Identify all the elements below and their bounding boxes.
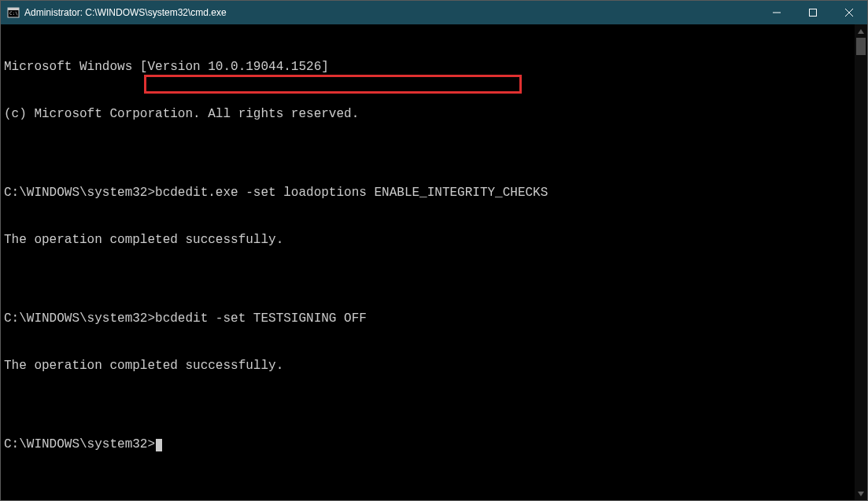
terminal-output[interactable]: Microsoft Windows [Version 10.0.19044.15… <box>1 24 867 500</box>
cmd-window: C:\ Administrator: C:\WINDOWS\system32\c… <box>0 0 868 501</box>
maximize-button[interactable] <box>795 1 831 24</box>
svg-rect-4 <box>810 9 817 17</box>
svg-text:C:\: C:\ <box>9 10 18 16</box>
output-line: C:\WINDOWS\system32>bcdedit.exe -set loa… <box>4 185 867 201</box>
scroll-track[interactable] <box>855 38 867 487</box>
output-line: C:\WINDOWS\system32>bcdedit -set TESTSIG… <box>4 311 867 326</box>
svg-marker-8 <box>858 492 864 496</box>
vertical-scrollbar[interactable] <box>855 24 867 500</box>
svg-marker-7 <box>858 29 864 34</box>
cursor <box>156 439 162 451</box>
close-button[interactable] <box>831 1 867 24</box>
scroll-up-arrow[interactable] <box>855 24 867 38</box>
window-title: Administrator: C:\WINDOWS\system32\cmd.e… <box>24 7 227 18</box>
output-line: Microsoft Windows [Version 10.0.19044.15… <box>4 59 867 75</box>
output-line: The operation completed successfully. <box>4 232 867 248</box>
cmd-icon: C:\ <box>7 6 20 19</box>
minimize-button[interactable] <box>759 1 795 24</box>
output-line: The operation completed successfully. <box>4 358 867 374</box>
scroll-thumb[interactable] <box>856 38 866 55</box>
prompt-line: C:\WINDOWS\system32> <box>4 437 867 452</box>
scroll-down-arrow[interactable] <box>855 487 867 500</box>
titlebar[interactable]: C:\ Administrator: C:\WINDOWS\system32\c… <box>1 1 867 24</box>
output-line: (c) Microsoft Corporation. All rights re… <box>4 106 867 122</box>
